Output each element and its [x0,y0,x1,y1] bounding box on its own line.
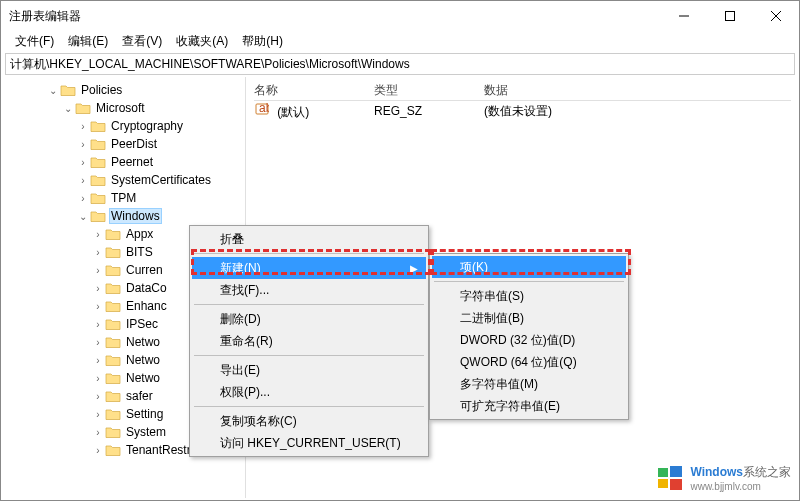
chevron-right-icon[interactable]: › [91,445,105,456]
svg-rect-6 [658,468,668,477]
tree-item[interactable]: ⌄Windows [1,207,245,225]
sub-dword[interactable]: DWORD (32 位)值(D) [432,329,626,351]
folder-icon [105,245,121,259]
col-name[interactable]: 名称 [254,82,374,99]
folder-icon [105,407,121,421]
sub-key[interactable]: 项(K) [432,256,626,278]
svg-rect-1 [726,12,735,21]
sub-expand[interactable]: 可扩充字符串值(E) [432,395,626,417]
menu-favorites[interactable]: 收藏夹(A) [170,31,234,52]
chevron-right-icon[interactable]: › [91,247,105,258]
col-data[interactable]: 数据 [484,82,791,99]
folder-icon [90,191,106,205]
chevron-down-icon[interactable]: ⌄ [76,211,90,222]
folder-icon [105,353,121,367]
chevron-right-icon[interactable]: › [91,337,105,348]
tree-item[interactable]: ›Peernet [1,153,245,171]
chevron-right-icon[interactable]: › [91,391,105,402]
svg-rect-8 [658,479,668,488]
menu-edit[interactable]: 编辑(E) [62,31,114,52]
maximize-button[interactable] [707,1,753,31]
list-header: 名称 类型 数据 [254,81,791,101]
submenu-arrow-icon: ▶ [410,263,418,274]
col-type[interactable]: 类型 [374,82,484,99]
folder-icon [90,173,106,187]
ctx-export[interactable]: 导出(E) [192,359,426,381]
ctx-delete[interactable]: 删除(D) [192,308,426,330]
menubar: 文件(F) 编辑(E) 查看(V) 收藏夹(A) 帮助(H) [1,31,799,51]
folder-icon [105,227,121,241]
titlebar: 注册表编辑器 [1,1,799,31]
chevron-right-icon[interactable]: › [76,193,90,204]
address-bar[interactable]: 计算机\HKEY_LOCAL_MACHINE\SOFTWARE\Policies… [5,53,795,75]
separator [434,281,624,282]
chevron-right-icon[interactable]: › [91,427,105,438]
tree-label: Enhanc [124,299,169,313]
folder-icon [90,209,106,223]
chevron-right-icon[interactable]: › [91,355,105,366]
tree-label: SystemCertificates [109,173,213,187]
chevron-right-icon[interactable]: › [76,139,90,150]
tree-item[interactable]: ›Cryptography [1,117,245,135]
watermark: Windows系统之家 www.bjjmlv.com [656,464,791,492]
chevron-right-icon[interactable]: › [91,409,105,420]
sub-binary[interactable]: 二进制值(B) [432,307,626,329]
sub-multi[interactable]: 多字符串值(M) [432,373,626,395]
svg-rect-9 [670,479,682,490]
ctx-find[interactable]: 查找(F)... [192,279,426,301]
tree-item[interactable]: ⌄Microsoft [1,99,245,117]
chevron-right-icon[interactable]: › [91,319,105,330]
ctx-copykey[interactable]: 复制项名称(C) [192,410,426,432]
folder-icon [105,443,121,457]
tree-label: Netwo [124,353,162,367]
menu-help[interactable]: 帮助(H) [236,31,289,52]
tree-label: Appx [124,227,155,241]
chevron-right-icon[interactable]: › [76,157,90,168]
ctx-collapse[interactable]: 折叠 [192,228,426,250]
tree-item[interactable]: ⌄Policies [1,81,245,99]
separator [194,304,424,305]
tree-label: DataCo [124,281,169,295]
sub-string[interactable]: 字符串值(S) [432,285,626,307]
ctx-permissions[interactable]: 权限(P)... [192,381,426,403]
folder-icon [90,119,106,133]
folder-icon [105,263,121,277]
chevron-right-icon[interactable]: › [91,373,105,384]
tree-item[interactable]: ›PeerDist [1,135,245,153]
chevron-right-icon[interactable]: › [91,283,105,294]
ctx-rename[interactable]: 重命名(R) [192,330,426,352]
tree-item[interactable]: ›TPM [1,189,245,207]
chevron-right-icon[interactable]: › [91,301,105,312]
minimize-button[interactable] [661,1,707,31]
separator [194,253,424,254]
chevron-right-icon[interactable]: › [76,121,90,132]
chevron-right-icon[interactable]: › [91,265,105,276]
value-data: (数值未设置) [484,103,791,120]
window-title: 注册表编辑器 [9,8,661,25]
tree-label: Policies [79,83,124,97]
svg-rect-7 [670,466,682,477]
close-button[interactable] [753,1,799,31]
submenu-new: 项(K) 字符串值(S) 二进制值(B) DWORD (32 位)值(D) QW… [429,253,629,420]
ctx-goto-hkcu[interactable]: 访问 HKEY_CURRENT_USER(T) [192,432,426,454]
list-row[interactable]: ab (默认) REG_SZ (数值未设置) [254,101,791,121]
menu-view[interactable]: 查看(V) [116,31,168,52]
ctx-new[interactable]: 新建(N) ▶ [192,257,426,279]
folder-icon [105,425,121,439]
tree-label: TPM [109,191,138,205]
folder-icon [105,389,121,403]
sub-qword[interactable]: QWORD (64 位)值(Q) [432,351,626,373]
folder-icon [105,281,121,295]
folder-icon [105,317,121,331]
chevron-down-icon[interactable]: ⌄ [46,85,60,96]
tree-label: Cryptography [109,119,185,133]
menu-file[interactable]: 文件(F) [9,31,60,52]
folder-icon [90,137,106,151]
tree-item[interactable]: ›SystemCertificates [1,171,245,189]
chevron-down-icon[interactable]: ⌄ [61,103,75,114]
folder-icon [105,335,121,349]
tree-label: System [124,425,168,439]
chevron-right-icon[interactable]: › [91,229,105,240]
tree-label: Peernet [109,155,155,169]
chevron-right-icon[interactable]: › [76,175,90,186]
